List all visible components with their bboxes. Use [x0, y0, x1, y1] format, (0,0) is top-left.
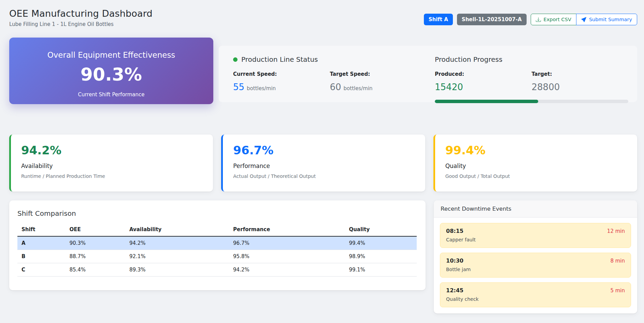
progress-grid: Produced: 15420 Target: 28800 [435, 71, 628, 103]
cell-availability: 94.2% [125, 236, 229, 250]
export-csv-button[interactable]: Export CSV [531, 14, 576, 25]
target-speed-label: Target Speed: [330, 71, 427, 77]
cell-oee: 85.4% [65, 263, 125, 277]
line-status-title: Production Line Status [241, 55, 318, 64]
cell-availability: 92.1% [125, 250, 229, 263]
availability-value: 94.2% [21, 143, 203, 157]
cell-performance: 94.2% [229, 263, 345, 277]
production-progress-bar [435, 100, 628, 103]
quality-value: 99.4% [445, 143, 627, 157]
page-title: OEE Manufacturing Dashboard [9, 8, 153, 19]
header-button-group: Export CSV Submit Summary [531, 14, 637, 25]
cell-oee: 90.3% [65, 236, 125, 250]
current-speed-block: Current Speed: 55 bottles/min [233, 71, 330, 92]
speed-grid: Current Speed: 55 bottles/min Target Spe… [233, 71, 427, 92]
event-reason: Bottle jam [446, 267, 625, 272]
oee-hero-card: Overall Equipment Effectiveness 90.3% Cu… [9, 38, 213, 104]
production-progress-section: Production Progress Produced: 15420 Targ… [435, 55, 628, 103]
cell-oee: 88.7% [65, 250, 125, 263]
event-time: 08:15 [446, 228, 463, 234]
status-dot-icon [233, 57, 238, 62]
downtime-events-card: Recent Downtime Events 08:15 12 min Capp… [434, 200, 637, 313]
cell-availability: 89.3% [125, 263, 229, 277]
produced-block: Produced: 15420 [435, 71, 532, 92]
target-value: 28800 [532, 82, 560, 92]
table-row-shift-c[interactable]: C 85.4% 89.3% 94.2% 99.1% [17, 263, 417, 277]
cell-quality: 98.9% [345, 250, 417, 263]
batch-badge: Shell-1L-20251007-A [457, 14, 527, 25]
performance-value: 96.7% [233, 143, 415, 157]
cell-shift: C [17, 263, 65, 277]
quality-metric-card: 99.4% Quality Good Output / Total Output [433, 135, 637, 192]
bottom-section: Shift Comparison Shift OEE Availability … [9, 200, 637, 313]
cell-shift: A [17, 236, 65, 250]
target-label: Target: [532, 71, 629, 77]
shift-comparison-title: Shift Comparison [17, 209, 417, 217]
current-speed-unit: bottles/min [247, 85, 276, 92]
availability-formula: Runtime / Planned Production Time [21, 173, 203, 179]
progress-fill [435, 100, 538, 103]
send-icon [581, 17, 586, 22]
current-speed-label: Current Speed: [233, 71, 330, 77]
produced-value: 15420 [435, 82, 463, 92]
event-reason: Capper fault [446, 237, 625, 242]
cell-quality: 99.4% [345, 236, 417, 250]
shift-comparison-card: Shift Comparison Shift OEE Availability … [9, 200, 426, 290]
header: OEE Manufacturing Dashboard Lube Filling… [9, 8, 637, 27]
current-speed-value: 55 [233, 82, 244, 92]
downtime-event: 12:45 5 min Quality check [440, 282, 631, 307]
event-duration: 12 min [607, 228, 625, 234]
download-icon [536, 17, 541, 22]
submit-summary-label: Submit Summary [589, 17, 632, 22]
oee-hero-caption: Current Shift Performance [16, 92, 206, 98]
metrics-section: 94.2% Availability Runtime / Planned Pro… [9, 135, 637, 192]
target-speed-unit: bottles/min [344, 85, 373, 92]
event-duration: 5 min [610, 287, 625, 294]
table-row-shift-a[interactable]: A 90.3% 94.2% 96.7% 99.4% [17, 236, 417, 250]
line-status-title-row: Production Line Status [233, 55, 427, 64]
col-header-availability: Availability [125, 223, 229, 236]
header-titles: OEE Manufacturing Dashboard Lube Filling… [9, 8, 153, 27]
export-csv-label: Export CSV [544, 17, 571, 22]
production-progress-title: Production Progress [435, 55, 628, 64]
event-time: 12:45 [446, 287, 463, 294]
event-time: 10:30 [446, 257, 463, 264]
availability-metric-card: 94.2% Availability Runtime / Planned Pro… [9, 135, 213, 192]
line-status-section: Production Line Status Current Speed: 55… [233, 55, 427, 103]
shift-badge: Shift A [424, 14, 453, 25]
target-speed-value: 60 [330, 82, 341, 92]
shift-comparison-table: Shift OEE Availability Performance Quali… [17, 223, 417, 277]
cell-quality: 99.1% [345, 263, 417, 277]
col-header-shift: Shift [17, 223, 65, 236]
quality-label: Quality [445, 163, 627, 169]
target-block: Target: 28800 [532, 71, 629, 92]
oee-hero-value: 90.3% [16, 64, 206, 85]
table-row-shift-b[interactable]: B 88.7% 92.1% 95.8% 98.9% [17, 250, 417, 263]
col-header-performance: Performance [229, 223, 345, 236]
page-subtitle: Lube Filling Line 1 - 1L Engine Oil Bott… [9, 21, 153, 27]
downtime-event: 08:15 12 min Capper fault [440, 223, 631, 248]
status-panel: Production Line Status Current Speed: 55… [219, 46, 637, 102]
top-section: Overall Equipment Effectiveness 90.3% Cu… [9, 38, 637, 104]
col-header-oee: OEE [65, 223, 125, 236]
cell-shift: B [17, 250, 65, 263]
performance-formula: Actual Output / Theoretical Output [233, 173, 415, 179]
downtime-events-title: Recent Downtime Events [434, 200, 637, 217]
col-header-quality: Quality [345, 223, 417, 236]
performance-label: Performance [233, 163, 415, 169]
table-header-row: Shift OEE Availability Performance Quali… [17, 223, 417, 236]
oee-hero-title: Overall Equipment Effectiveness [16, 51, 206, 59]
produced-label: Produced: [435, 71, 532, 77]
event-reason: Quality check [446, 296, 625, 302]
performance-metric-card: 96.7% Performance Actual Output / Theore… [221, 135, 425, 192]
header-actions: Shift A Shell-1L-20251007-A Export CSV [424, 14, 637, 25]
downtime-event: 10:30 8 min Bottle jam [440, 253, 631, 278]
downtime-events-list: 08:15 12 min Capper fault 10:30 8 min Bo… [434, 217, 637, 313]
quality-formula: Good Output / Total Output [445, 173, 627, 179]
availability-label: Availability [21, 163, 203, 169]
cell-performance: 95.8% [229, 250, 345, 263]
dashboard-page: OEE Manufacturing Dashboard Lube Filling… [0, 0, 644, 319]
submit-summary-button[interactable]: Submit Summary [576, 14, 637, 25]
cell-performance: 96.7% [229, 236, 345, 250]
event-duration: 8 min [610, 258, 625, 264]
